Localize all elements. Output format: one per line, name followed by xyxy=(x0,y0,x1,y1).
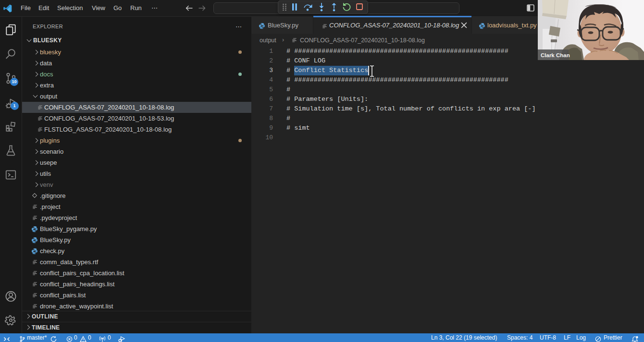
svg-text:Clark Chan: Clark Chan xyxy=(541,52,570,58)
